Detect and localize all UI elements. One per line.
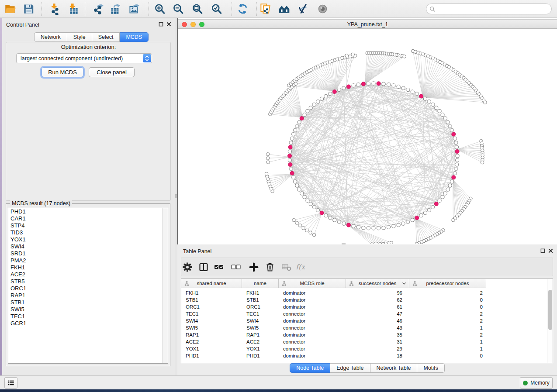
- close-panel-icon[interactable]: [166, 22, 171, 27]
- mcds-result-item[interactable]: TEC1: [8, 313, 168, 320]
- first-neighbors-button[interactable]: [277, 3, 291, 15]
- mcds-result-list[interactable]: PHD1CAR1STP4TID3YOX1SWI4SRD1PMA2FKH1ACE2…: [8, 208, 168, 364]
- cell-shared[interactable]: SWI5: [186, 324, 242, 331]
- tab-network[interactable]: Network: [34, 32, 67, 42]
- refresh-button[interactable]: [236, 3, 249, 15]
- network-window-titlebar[interactable]: YPA_prune.txt_1: [178, 19, 557, 29]
- cell-pred[interactable]: 0: [409, 303, 483, 310]
- cell-role[interactable]: connector: [283, 324, 346, 331]
- column-header-succ[interactable]: successor nodes: [346, 279, 409, 288]
- search-field[interactable]: [426, 3, 552, 14]
- import-network-button[interactable]: [48, 3, 61, 15]
- mcds-list-scrollbar[interactable]: [162, 208, 168, 363]
- table-scrollbar[interactable]: [547, 279, 553, 363]
- zoom-out-button[interactable]: [171, 3, 184, 15]
- memory-button[interactable]: Memory: [520, 377, 553, 389]
- cell-role[interactable]: connector: [283, 345, 346, 352]
- zoom-fit-button[interactable]: [190, 3, 204, 15]
- mcds-result-item[interactable]: GCR1: [8, 320, 168, 327]
- show-column-panel-button[interactable]: [197, 261, 210, 273]
- column-header-shared[interactable]: shared name: [181, 279, 242, 288]
- select-all-button[interactable]: [213, 261, 225, 273]
- mcds-result-item[interactable]: FKH1: [8, 264, 168, 271]
- cell-name[interactable]: ACE2: [246, 338, 279, 345]
- import-table-button[interactable]: [66, 3, 80, 15]
- cell-name[interactable]: RAP1: [246, 331, 279, 338]
- cell-role[interactable]: connector: [283, 338, 346, 345]
- mcds-result-item[interactable]: STP4: [8, 222, 168, 229]
- cell-succ[interactable]: 61: [346, 303, 402, 310]
- table-settings-gear-button[interactable]: [181, 261, 194, 273]
- cell-pred[interactable]: 0: [409, 296, 483, 303]
- mcds-result-item[interactable]: SWI5: [8, 306, 168, 313]
- deselect-all-button[interactable]: [230, 261, 242, 273]
- cell-succ[interactable]: 35: [346, 331, 402, 338]
- column-header-name[interactable]: name: [242, 279, 279, 288]
- mcds-result-item[interactable]: CAR1: [8, 215, 168, 222]
- cell-shared[interactable]: ORC1: [186, 303, 242, 310]
- splitter-grip[interactable]: [175, 194, 177, 198]
- cell-succ[interactable]: 46: [346, 317, 402, 324]
- cell-role[interactable]: connector: [283, 310, 346, 317]
- cell-name[interactable]: SWI5: [246, 324, 279, 331]
- mcds-result-item[interactable]: YOX1: [8, 236, 168, 243]
- cell-shared[interactable]: SWI4: [186, 317, 242, 324]
- run-mcds-button[interactable]: Run MCDS: [42, 67, 83, 77]
- close-panel-icon[interactable]: [548, 248, 553, 253]
- cell-role[interactable]: dominator: [283, 317, 346, 324]
- cell-name[interactable]: YOX1: [246, 345, 279, 352]
- cell-shared[interactable]: TEC1: [186, 310, 242, 317]
- task-history-button[interactable]: [4, 377, 17, 389]
- cell-pred[interactable]: 2: [409, 331, 483, 338]
- cell-succ[interactable]: 43: [346, 324, 402, 331]
- cell-name[interactable]: PHD1: [246, 352, 279, 359]
- cell-pred[interactable]: 1: [409, 324, 483, 331]
- add-button[interactable]: [248, 261, 260, 273]
- cell-succ[interactable]: 47: [346, 310, 402, 317]
- tab-motifs[interactable]: Motifs: [417, 363, 444, 373]
- cell-succ[interactable]: 31: [346, 338, 402, 345]
- mcds-result-item[interactable]: PMA2: [8, 257, 168, 264]
- save-session-button[interactable]: [22, 3, 35, 15]
- tab-select[interactable]: Select: [92, 32, 120, 42]
- cell-pred[interactable]: 2: [409, 289, 483, 296]
- hide-graphics-details-button[interactable]: [296, 3, 309, 15]
- tab-network-table[interactable]: Network Table: [370, 363, 418, 373]
- column-header-role[interactable]: MCDS role: [279, 279, 346, 288]
- tab-mcds[interactable]: MCDS: [120, 32, 149, 42]
- tab-style[interactable]: Style: [67, 32, 92, 42]
- open-session-button[interactable]: [3, 3, 17, 15]
- close-panel-button[interactable]: Close panel: [89, 67, 135, 77]
- cell-name[interactable]: ORC1: [246, 303, 279, 310]
- cell-succ[interactable]: 62: [346, 296, 402, 303]
- mcds-result-item[interactable]: PHD1: [8, 208, 168, 215]
- search-input[interactable]: [436, 5, 551, 14]
- tab-edge-table[interactable]: Edge Table: [330, 363, 370, 373]
- cell-name[interactable]: STB1: [246, 296, 279, 303]
- cell-shared[interactable]: PHD1: [186, 352, 242, 359]
- cell-name[interactable]: TEC1: [246, 310, 279, 317]
- node-table[interactable]: shared namenameMCDS rolesuccessor nodesp…: [181, 279, 553, 363]
- cell-shared[interactable]: STB1: [186, 296, 242, 303]
- export-image-button[interactable]: [128, 3, 141, 15]
- mcds-result-item[interactable]: STB1: [8, 299, 168, 306]
- network-canvas[interactable]: [178, 29, 557, 244]
- cell-pred[interactable]: 1: [409, 345, 483, 352]
- cell-role[interactable]: dominator: [283, 296, 346, 303]
- cell-shared[interactable]: FKH1: [186, 289, 242, 296]
- export-table-button[interactable]: [108, 3, 121, 15]
- cell-pred[interactable]: 2: [409, 317, 483, 324]
- mcds-result-item[interactable]: SWI4: [8, 243, 168, 250]
- mcds-result-item[interactable]: STB5: [8, 278, 168, 285]
- cell-role[interactable]: dominator: [283, 331, 346, 338]
- float-panel-icon[interactable]: [540, 248, 545, 253]
- column-header-pred[interactable]: predecessor nodes: [409, 279, 486, 288]
- export-network-button[interactable]: [92, 3, 105, 15]
- mcds-result-item[interactable]: RAP1: [8, 292, 168, 299]
- cell-pred[interactable]: 1: [409, 338, 483, 345]
- cell-role[interactable]: dominator: [283, 352, 346, 359]
- cell-succ[interactable]: 29: [346, 345, 402, 352]
- cell-pred[interactable]: 0: [409, 352, 483, 359]
- delete-button[interactable]: [264, 261, 276, 273]
- cell-role[interactable]: dominator: [283, 303, 346, 310]
